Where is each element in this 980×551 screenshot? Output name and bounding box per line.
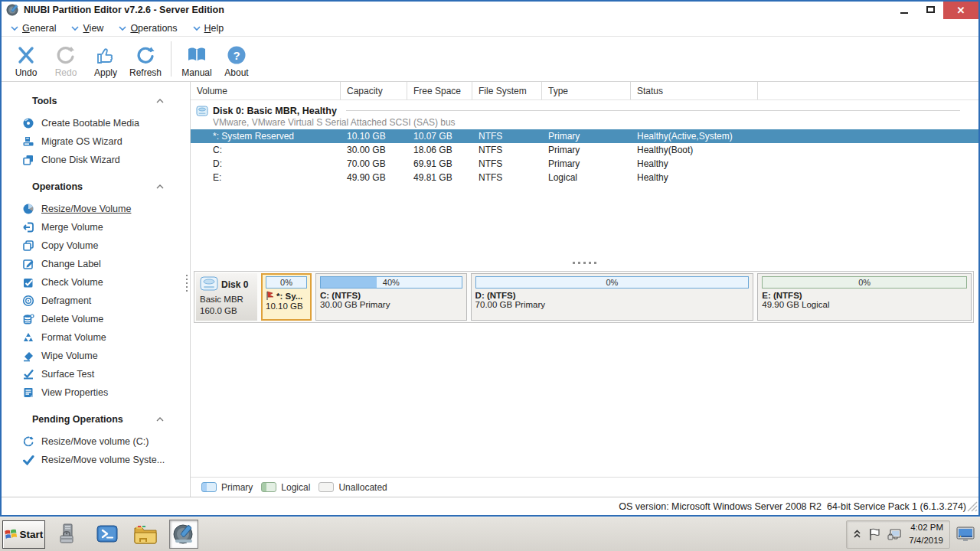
disk-group-rule: [346, 110, 960, 111]
show-desktop-icon[interactable]: [956, 527, 975, 542]
column-header-status[interactable]: Status: [631, 82, 758, 99]
disk-group-row[interactable]: Disk 0: Basic MBR, Healthy VMware, VMwar…: [191, 100, 978, 129]
column-header-capacity[interactable]: Capacity: [341, 82, 407, 99]
hidden-icons-chevron-icon[interactable]: [853, 529, 861, 540]
flag-icon: [266, 291, 275, 302]
svg-text:?: ?: [233, 49, 240, 62]
about-button[interactable]: ? About: [217, 38, 256, 80]
panel-splitter-handle[interactable]: [191, 258, 978, 267]
sidebar-section-tools: Tools Create Bootable Media Migrate OS W…: [2, 93, 190, 169]
chevron-up-icon: [156, 416, 164, 422]
usage-bar: 0%: [475, 276, 750, 289]
taskbar: Start: [0, 517, 980, 551]
sidebar-splitter-handle[interactable]: [186, 275, 188, 292]
disk-map-disk-info[interactable]: Disk 0 Basic MBR 160.0 GB: [196, 273, 257, 321]
undo-button[interactable]: Undo: [6, 38, 46, 80]
chevron-up-icon: [156, 98, 164, 104]
pending-item-resize-move-system[interactable]: Resize/Move volume Syste...: [2, 451, 190, 469]
wipe-eraser-icon: [22, 350, 34, 362]
sidebar-item-format-volume[interactable]: Format Volume: [2, 328, 190, 347]
taskbar-powershell-icon[interactable]: [93, 520, 122, 549]
close-button[interactable]: ✕: [943, 2, 978, 19]
system-tray: 4:02 PM 7/4/2019: [846, 520, 978, 549]
volume-row-e[interactable]: E: 49.90 GB 49.81 GB NTFS Logical Health…: [191, 171, 978, 184]
disk-map-block-c[interactable]: 40% C: (NTFS) 30.00 GB Primary: [315, 273, 467, 321]
maximize-button[interactable]: [917, 2, 943, 18]
manual-button[interactable]: Manual: [177, 38, 217, 80]
sidebar-section-tools-header[interactable]: Tools: [32, 93, 164, 109]
menu-help[interactable]: Help: [193, 23, 224, 34]
minimize-button[interactable]: [891, 2, 917, 18]
start-button[interactable]: Start: [2, 520, 45, 549]
pending-item-resize-move-c[interactable]: Resize/Move volume (C:): [2, 432, 190, 451]
volume-row-d[interactable]: D: 70.00 GB 69.91 GB NTFS Primary Health…: [191, 157, 978, 171]
taskbar-clock[interactable]: 4:02 PM 7/4/2019: [909, 521, 943, 546]
thumbs-up-icon: [95, 44, 116, 66]
partition-label: C: (NTFS): [320, 291, 462, 300]
menu-general-label: General: [22, 23, 56, 34]
disk-map-block-system-reserved[interactable]: 0% *: Sy... 10.10 GB: [261, 273, 312, 321]
refresh-icon: [135, 44, 156, 66]
cd-disc-icon: [22, 117, 34, 129]
column-header-filler: [758, 82, 978, 99]
volume-row-c[interactable]: C: 30.00 GB 18.06 GB NTFS Primary Health…: [191, 143, 978, 157]
sidebar-item-merge-volume[interactable]: Merge Volume: [2, 218, 190, 236]
chevron-down-icon: [193, 25, 201, 31]
apply-button[interactable]: Apply: [86, 38, 126, 80]
redo-button[interactable]: Redo: [46, 38, 86, 80]
resize-grip[interactable]: [967, 501, 978, 514]
sidebar-item-check-volume[interactable]: Check Volume: [2, 273, 190, 292]
action-center-flag-icon[interactable]: [868, 528, 880, 541]
sidebar-section-pending-header[interactable]: Pending Operations: [32, 411, 164, 428]
menu-operations-label: Operations: [130, 23, 177, 34]
clock-time: 4:02 PM: [909, 521, 943, 534]
sidebar-item-resize-move-volume[interactable]: Resize/Move Volume: [2, 200, 190, 218]
taskbar-server-manager-icon[interactable]: [54, 520, 83, 549]
chevron-down-icon: [119, 25, 126, 31]
sidebar-section-operations-header[interactable]: Operations: [32, 178, 164, 195]
menu-operations[interactable]: Operations: [119, 23, 177, 34]
taskbar-niubi-icon[interactable]: [169, 520, 198, 549]
partition-label: E: (NTFS): [762, 291, 967, 300]
clone-disk-icon: [22, 154, 34, 166]
taskbar-file-explorer-icon[interactable]: [131, 520, 160, 549]
menu-general[interactable]: General: [11, 23, 56, 34]
window-title: NIUBI Partition Editor v7.2.6 - Server E…: [24, 5, 224, 15]
refresh-button[interactable]: Refresh: [126, 38, 165, 80]
sidebar-item-delete-volume[interactable]: Delete Volume: [2, 310, 190, 328]
column-header-free-space[interactable]: Free Space: [407, 82, 472, 99]
column-header-volume[interactable]: Volume: [191, 82, 341, 99]
unallocated-swatch-icon: [318, 482, 334, 492]
sidebar-section-pending-operations: Pending Operations Resize/Move volume (C…: [2, 411, 190, 469]
clock-date: 7/4/2019: [909, 534, 943, 547]
chevron-up-icon: [156, 184, 164, 190]
minimize-icon: [900, 12, 908, 14]
column-header-file-system[interactable]: File System: [472, 82, 542, 99]
column-header-type[interactable]: Type: [542, 82, 631, 99]
manual-book-icon: [186, 44, 207, 66]
sidebar-item-clone-disk-wizard[interactable]: Clone Disk Wizard: [2, 151, 190, 169]
chevron-down-icon: [71, 25, 79, 31]
sidebar-item-create-bootable-media[interactable]: Create Bootable Media: [2, 114, 190, 132]
volume-table-header: Volume Capacity Free Space File System T…: [191, 82, 978, 100]
sidebar-item-migrate-os-wizard[interactable]: Migrate OS Wizard: [2, 132, 190, 151]
pending-refresh-icon: [22, 435, 34, 448]
menu-view[interactable]: View: [71, 23, 103, 34]
network-status-icon[interactable]: [887, 528, 902, 541]
sidebar-item-copy-volume[interactable]: Copy Volume: [2, 236, 190, 255]
resize-volume-icon: [22, 203, 34, 215]
sidebar-item-wipe-volume[interactable]: Wipe Volume: [2, 347, 190, 365]
disk-map-block-d[interactable]: 0% D: (NTFS) 70.00 GB Primary: [471, 273, 754, 321]
sidebar-item-change-label[interactable]: Change Label: [2, 255, 190, 273]
usage-bar: 0%: [762, 276, 967, 289]
checkmark-icon: [22, 454, 34, 466]
sidebar-item-view-properties[interactable]: View Properties: [2, 383, 190, 402]
status-bar: OS version: Microsoft Windows Server 200…: [2, 497, 978, 515]
sidebar-item-defragment[interactable]: Defragment: [2, 292, 190, 310]
sidebar-item-surface-test[interactable]: Surface Test: [2, 365, 190, 383]
partition-size: 10.10 GB: [266, 302, 307, 311]
chevron-down-icon: [11, 25, 18, 31]
volume-row-system-reserved[interactable]: *: System Reserved 10.10 GB 10.07 GB NTF…: [191, 129, 978, 143]
format-recycle-icon: [22, 331, 34, 344]
disk-map-block-e[interactable]: 0% E: (NTFS) 49.90 GB Logical: [757, 273, 972, 321]
